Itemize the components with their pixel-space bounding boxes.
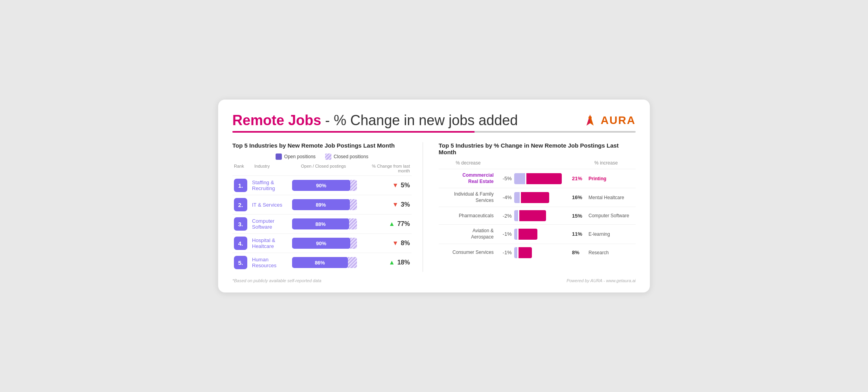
th-rank: Rank	[234, 164, 254, 173]
rp-right-industry: Computer Software	[588, 213, 636, 218]
main-content: Top 5 Industries by New Remote Job Posti…	[232, 142, 636, 272]
table-row: 4. Hospital & Healtcare 90% ▼ 8%	[232, 233, 412, 253]
rp-bar-right	[519, 229, 537, 240]
rp-decrease-val: -1%	[496, 250, 512, 255]
aura-logo-icon	[583, 113, 598, 128]
legend-open: Open positions	[276, 153, 316, 160]
rp-left-industry: CommmercialReal Estate	[439, 172, 494, 185]
rp-decrease-val: -4%	[496, 194, 512, 200]
bar-wrap: 90%	[292, 180, 357, 191]
rp-bar-left	[514, 192, 520, 203]
industry-name: Human Resources	[252, 257, 292, 268]
right-table: CommmercialReal Estate -5% 21% Printing …	[439, 169, 636, 261]
bar-open: 88%	[292, 218, 349, 229]
rank-badge: 4.	[234, 237, 247, 250]
rp-decrease-val: -1%	[496, 231, 512, 237]
bar-wrap: 86%	[292, 257, 357, 268]
change-cell: ▼ 5%	[361, 182, 410, 189]
rp-bar-area	[514, 229, 570, 240]
bar-open: 90%	[292, 238, 351, 249]
rp-left-industry: Aviation &Aerospace	[439, 228, 494, 240]
left-section-title: Top 5 Industries by New Remote Job Posti…	[232, 142, 412, 149]
legend-open-box	[276, 153, 282, 160]
header: Remote Jobs - % Change in new jobs added…	[232, 112, 636, 129]
rp-row: Pharmaceuticals -2% 15% Computer Softwar…	[439, 207, 636, 224]
rank-badge: 5.	[234, 256, 247, 269]
rp-left-industry: Consumer Services	[439, 250, 494, 256]
rp-bar-right	[519, 210, 546, 221]
rank-badge: 1.	[234, 179, 247, 192]
main-card: Remote Jobs - % Change in new jobs added…	[218, 99, 650, 293]
bar-closed-overlay	[350, 199, 357, 210]
bar-container: 90%	[292, 238, 361, 249]
rp-bar-left	[514, 173, 525, 184]
change-cell: ▼ 8%	[361, 240, 410, 247]
rank-badge: 2.	[234, 198, 247, 211]
rank-badge: 3.	[234, 217, 247, 231]
rp-bar-area	[514, 173, 570, 184]
arrow-up-icon: ▲	[389, 259, 395, 266]
bar-open: 90%	[292, 180, 351, 191]
bar-open: 86%	[292, 257, 348, 268]
bar-closed-overlay	[348, 257, 357, 268]
footer-disclaimer: *Based on publicly available self-report…	[232, 278, 321, 283]
arrow-down-icon: ▼	[392, 182, 399, 189]
industry-name: IT & Services	[252, 202, 292, 208]
rp-increase-val: 16%	[572, 194, 586, 200]
bar-container: 88%	[292, 218, 361, 229]
industry-name: Computer Software	[252, 218, 292, 230]
bar-open: 89%	[292, 199, 350, 210]
legend-closed-label: Closed positions	[334, 154, 368, 159]
bar-closed-overlay	[350, 238, 357, 249]
bar-container: 90%	[292, 180, 361, 191]
th-change: % Change from last month	[359, 164, 410, 173]
change-value: 3%	[401, 201, 410, 208]
rp-decrease-val: -2%	[496, 213, 512, 219]
right-section-title: Top 5 Industries by % Change in New Remo…	[439, 142, 636, 155]
bar-wrap: 88%	[292, 218, 357, 229]
change-cell: ▲ 18%	[361, 259, 410, 266]
left-panel: Top 5 Industries by New Remote Job Posti…	[232, 142, 423, 272]
svg-point-2	[588, 116, 592, 119]
legend: Open positions Closed positions	[232, 153, 412, 160]
rp-bar-left	[514, 247, 517, 258]
legend-closed-box	[325, 153, 331, 160]
logo-text: AURA	[601, 114, 636, 127]
header-divider	[232, 131, 636, 133]
legend-open-label: Open positions	[284, 154, 316, 159]
arrow-down-icon: ▼	[392, 240, 399, 247]
industry-name: Hospital & Healtcare	[252, 237, 292, 249]
rp-increase-val: 21%	[572, 176, 586, 181]
rp-col-increase-header: % increase	[576, 160, 636, 166]
rp-right-industry: E-learning	[588, 231, 636, 237]
rp-increase-val: 8%	[572, 250, 586, 255]
left-table: 1. Staffing & Recruiting 90% ▼ 5% 2. IT …	[232, 176, 412, 272]
arrow-down-icon: ▼	[392, 201, 399, 208]
arrow-up-icon: ▲	[389, 220, 395, 227]
logo-area: AURA	[583, 113, 636, 128]
th-industry: Industry	[254, 164, 288, 173]
footer: *Based on publicly available self-report…	[232, 278, 636, 283]
rp-bar-left	[514, 229, 517, 240]
rp-increase-val: 15%	[572, 213, 586, 219]
rp-increase-val: 11%	[572, 231, 586, 237]
rp-left-industry: Individual & FamilyServices	[439, 191, 494, 203]
svg-marker-1	[587, 115, 590, 126]
rp-row: Aviation &Aerospace -1% 11% E-learning	[439, 224, 636, 243]
rp-row: Individual & FamilyServices -4% 16% Ment…	[439, 188, 636, 207]
rp-right-industry: Printing	[588, 176, 636, 181]
change-value: 8%	[401, 240, 410, 247]
industry-name: Staffing & Recruiting	[252, 179, 292, 191]
rp-bar-area	[514, 192, 570, 203]
change-value: 5%	[401, 182, 410, 189]
rp-right-industry: Mental Healtcare	[588, 195, 636, 200]
rp-row: Consumer Services -1% 8% Research	[439, 244, 636, 261]
rp-bar-right	[526, 173, 562, 184]
bar-wrap: 89%	[292, 199, 357, 210]
rp-right-industry: Research	[588, 250, 636, 255]
rp-bar-right	[521, 192, 549, 203]
page-title: Remote Jobs - % Change in new jobs added	[232, 112, 518, 129]
rp-decrease-val: -5%	[496, 176, 512, 181]
th-postings: Open / Closed postings	[288, 164, 359, 173]
rp-bar-area	[514, 247, 570, 258]
